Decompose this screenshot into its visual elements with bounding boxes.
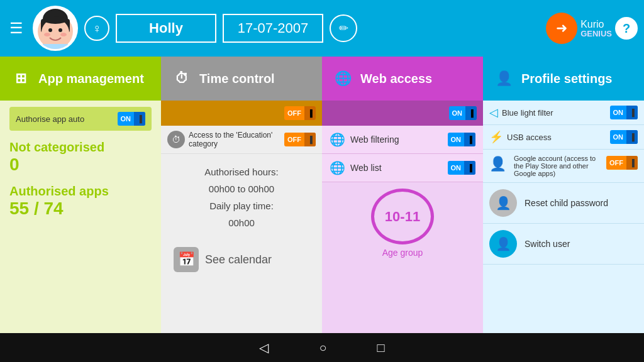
home-button[interactable]: ○ [319,341,326,355]
web-filtering-label: Web filtering [350,134,399,145]
toggle-knob: ▐ [464,133,475,146]
blue-light-label: Blue light filter [502,108,553,118]
usb-access-label: USB access [507,133,552,142]
google-icon: 👤 [489,156,506,172]
app-management-label: App management [38,72,144,86]
education-icon: ⏱ [167,131,185,148]
time-info: Authorised hours: 00h00 to 00h00 Daily p… [161,154,322,241]
blue-light-icon: ◁ [489,106,498,119]
authorise-app-toggle[interactable]: ON ▐ [118,112,146,126]
see-calendar-button[interactable]: 📅 See calendar [161,241,322,278]
education-label: Access to the 'Education' category [189,131,277,148]
age-group-container: 10-11 Age group [322,182,483,258]
time-control-icon: ⏱ [170,67,193,90]
usb-icon: ⚡ [489,130,503,144]
web-access-header[interactable]: 🌐 Web access [322,57,483,101]
daily-play-value: 00h00 [228,217,255,228]
web-filtering-row[interactable]: 🌐 Web filtering ON ▐ [322,126,483,154]
authorise-app-label: Authorise app auto [16,114,84,124]
back-button[interactable]: ◁ [259,340,269,355]
education-category-row[interactable]: ⏱ Access to the 'Education' category OFF… [161,126,322,154]
app-management-icon: ⊞ [9,67,32,90]
age-group-circle: 10-11 [371,189,434,244]
reset-password-icon: 👤 [489,189,517,217]
svg-point-5 [48,28,52,32]
not-categorised-value: 0 [9,155,152,175]
app-management-body: Authorise app auto ON ▐ Not categorised … [0,101,161,333]
toggle-knob: ▐ [304,106,316,120]
time-control-label: Time control [199,72,275,86]
svg-point-6 [58,28,62,32]
usb-toggle[interactable]: ON ▐ [610,130,638,144]
calendar-icon: 📅 [174,247,199,272]
kurio-brand-text: Kurio GENIUS [580,19,612,38]
reset-password-label: Reset child password [525,198,608,208]
android-nav-bar: ◁ ○ □ [0,333,644,362]
toggle-knob: ▐ [464,161,475,175]
edit-icon[interactable]: ✏ [330,14,357,42]
toggle-knob: ▐ [626,130,638,144]
web-main-toggle-row[interactable]: ON ▐ [322,101,483,126]
authorised-apps-value: 55 / 74 [9,199,152,219]
name-display: Holly [116,14,216,43]
svg-point-10 [44,16,67,24]
daily-play-label: Daily play time: [209,200,274,211]
svg-rect-9 [41,44,70,49]
web-list-label: Web list [350,163,382,173]
time-control-header[interactable]: ⏱ Time control [161,57,322,101]
switch-user-icon: 👤 [489,230,517,258]
authorise-app-row[interactable]: Authorise app auto ON ▐ [9,107,152,131]
avatar[interactable] [33,6,78,51]
recent-apps-button[interactable]: □ [377,341,385,355]
toggle-knob: ▐ [626,106,638,119]
kurio-logo: ➜ Kurio GENIUS ? [546,13,638,44]
profile-settings-body: ◁ Blue light filter ON ▐ ⚡ USB access ON… [483,101,644,333]
google-account-label: Google account (access to the Play Store… [514,155,606,177]
not-categorised-label: Not categorised [9,140,152,155]
hamburger-menu-icon[interactable]: ☰ [6,16,26,40]
header: ☰ ♀ Holly 17-07-2007 ✏ [0,0,644,57]
education-toggle[interactable]: OFF ▐ [284,133,316,146]
kurio-arrow-icon: ➜ [546,13,577,44]
toggle-knob: ▐ [626,156,638,170]
dob-display: 17-07-2007 [223,14,323,43]
time-main-toggle[interactable]: OFF ▐ [284,106,316,120]
usb-access-row[interactable]: ⚡ USB access ON ▐ [483,125,644,150]
web-list-row[interactable]: 🌐 Web list ON ▐ [322,154,483,182]
toggle-knob: ▐ [134,112,145,126]
svg-point-7 [44,33,50,36]
time-main-toggle-row[interactable]: OFF ▐ [161,101,322,126]
app-management-header[interactable]: ⊞ App management [0,57,161,101]
web-globe-icon: 🌐 [330,132,345,147]
authorised-hours-label: Authorised hours: [204,167,279,177]
blue-light-filter-row[interactable]: ◁ Blue light filter ON ▐ [483,101,644,125]
time-control-body: OFF ▐ ⏱ Access to the 'Education' catego… [161,101,322,333]
web-main-toggle[interactable]: ON ▐ [449,106,477,120]
blue-light-toggle[interactable]: ON ▐ [610,106,638,119]
web-list-toggle[interactable]: ON ▐ [448,161,476,175]
gender-icon[interactable]: ♀ [84,16,109,41]
profile-settings-header[interactable]: 👤 Profile settings [483,57,644,101]
svg-point-8 [60,33,67,36]
help-icon[interactable]: ? [615,17,638,40]
web-access-label: Web access [360,72,432,86]
switch-user-label: Switch user [525,239,570,249]
profile-settings-label: Profile settings [521,72,612,86]
age-group-label: Age group [382,248,423,258]
web-list-icon: 🌐 [330,160,345,175]
web-access-body: ON ▐ 🌐 Web filtering ON ▐ 🌐 Web list ON … [322,101,483,333]
toggle-knob: ▐ [465,106,477,120]
switch-user-row[interactable]: 👤 Switch user [483,224,644,265]
main-content: ⊞ App management ⏱ Time control 🌐 Web ac… [0,57,644,333]
reset-password-row[interactable]: 👤 Reset child password [483,183,644,224]
google-account-row[interactable]: 👤 Google account (access to the Play Sto… [483,150,644,183]
web-access-icon: 🌐 [331,67,354,90]
authorised-apps-label: Authorised apps [9,184,152,199]
google-toggle[interactable]: OFF ▐ [606,156,638,170]
toggle-knob: ▐ [304,133,316,146]
age-group-value: 10-11 [385,209,420,225]
calendar-label: See calendar [205,253,272,266]
authorised-hours-value: 00h00 to 00h00 [209,184,274,194]
profile-settings-icon: 👤 [492,67,515,90]
web-filtering-toggle[interactable]: ON ▐ [448,133,476,146]
